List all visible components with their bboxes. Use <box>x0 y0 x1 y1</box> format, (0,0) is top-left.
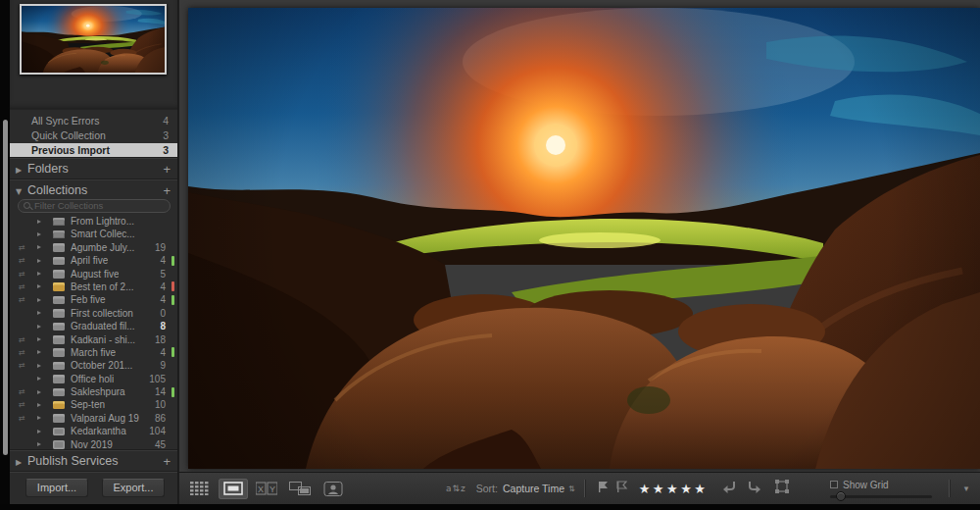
export-button[interactable]: Export... <box>102 479 165 497</box>
disclosure-triangle-icon[interactable] <box>37 245 41 249</box>
disclosure-collapsed-icon[interactable]: ▶ <box>10 160 27 180</box>
collection-count: 10 <box>155 398 166 411</box>
catalog-item[interactable]: All Sync Errors 4 <box>10 114 177 128</box>
collection-row[interactable]: ⇄ From Lightro... <box>10 215 177 228</box>
collection-icon <box>53 348 65 357</box>
collection-row[interactable]: ⇄ Kadkani - shi... 18 <box>10 333 177 346</box>
collection-name: Sakleshpura <box>71 385 125 398</box>
disclosure-collapsed-icon[interactable]: ▶ <box>10 452 27 473</box>
collection-icon <box>53 428 65 436</box>
rotate-left-icon[interactable] <box>721 480 738 497</box>
collection-icon <box>53 401 65 410</box>
disclosure-triangle-icon[interactable] <box>37 311 41 315</box>
disclosure-triangle-icon[interactable] <box>37 298 41 302</box>
collection-icon <box>53 362 65 371</box>
show-grid-checkbox[interactable] <box>830 481 838 488</box>
loupe-view-icon[interactable] <box>219 479 248 499</box>
sort-direction-icon[interactable]: a⇅z <box>446 484 466 493</box>
disclosure-triangle-icon[interactable] <box>37 337 41 341</box>
panel-scrollbar[interactable] <box>3 120 8 455</box>
disclosure-triangle-icon[interactable] <box>37 232 41 236</box>
collection-row[interactable]: ⇄ Graduated fil... 8 <box>10 320 177 332</box>
filter-collections-input[interactable]: Filter Collections <box>18 199 171 213</box>
collection-count: 18 <box>155 333 166 346</box>
toolbar-divider <box>949 480 950 497</box>
star-rating[interactable]: ★★★★★ <box>639 482 709 496</box>
disclosure-triangle-icon[interactable] <box>37 430 41 434</box>
collection-row[interactable]: ⇄ Kedarkantha 104 <box>10 425 177 437</box>
disclosure-triangle-icon[interactable] <box>37 284 41 288</box>
disclosure-triangle-icon[interactable] <box>37 220 41 224</box>
face-region-icon[interactable] <box>774 479 790 498</box>
collection-count: 14 <box>155 385 166 398</box>
collection-row[interactable]: ⇄ March five 4 <box>10 346 177 359</box>
rotate-right-icon[interactable] <box>746 480 762 497</box>
disclosure-triangle-icon[interactable] <box>37 272 41 276</box>
reject-flag-icon[interactable] <box>615 480 628 497</box>
collection-row[interactable]: ⇄ August five 5 <box>10 268 177 280</box>
collection-row[interactable]: ⇄ Best ten of 2... 4 <box>10 280 177 293</box>
people-view-icon[interactable] <box>318 479 348 499</box>
collection-row[interactable]: ⇄ First collection 0 <box>10 307 177 320</box>
disclosure-triangle-icon[interactable] <box>37 377 41 381</box>
disclosure-triangle-icon[interactable] <box>37 403 41 407</box>
catalog-item-label: Previous Import <box>31 144 110 156</box>
collections-panel-header[interactable]: ▼Collections + <box>10 179 177 200</box>
chevron-down-icon[interactable]: ▾ <box>958 480 974 497</box>
grid-view-icon[interactable] <box>185 479 215 499</box>
zoom-slider-thumb[interactable] <box>836 491 846 501</box>
publish-services-panel-header[interactable]: ▶Publish Services + <box>10 450 177 471</box>
collection-icon <box>53 323 65 332</box>
add-collection-button[interactable]: + <box>163 180 171 201</box>
svg-text:X: X <box>258 484 264 494</box>
import-button[interactable]: Import... <box>25 479 88 497</box>
collection-count: 4 <box>160 346 166 359</box>
loupe-photo[interactable] <box>188 8 980 469</box>
add-folder-button[interactable]: + <box>163 159 171 179</box>
collection-row[interactable]: ⇄ Feb five 4 <box>10 293 177 306</box>
collection-row[interactable]: ⇄ October 201... 9 <box>10 359 177 372</box>
toolbar-right-group: Show Grid ▾ <box>830 480 974 498</box>
folders-label: Folders <box>27 162 69 176</box>
catalog-item[interactable]: Previous Import 3 <box>10 143 177 158</box>
navigator-preview-thumbnail[interactable] <box>20 4 167 75</box>
catalog-item[interactable]: Quick Collection 3 <box>10 128 177 143</box>
toolbar-divider <box>584 480 585 497</box>
collection-row[interactable]: ⇄ Agumbe July... 19 <box>10 241 177 254</box>
collection-row[interactable]: ⇄ April five 4 <box>10 254 177 267</box>
folders-panel-header[interactable]: ▶Folders + <box>10 158 177 178</box>
collection-name: Sep-ten <box>71 398 105 411</box>
sort-arrows-icon[interactable]: ⇅ <box>568 484 575 493</box>
add-publish-service-button[interactable]: + <box>163 451 171 472</box>
collection-row[interactable]: ⇄ Sakleshpura 14 <box>10 385 177 398</box>
zoom-slider[interactable] <box>830 495 932 498</box>
disclosure-triangle-icon[interactable] <box>37 416 41 420</box>
collection-row[interactable]: ⇄ Office holi 105 <box>10 373 177 385</box>
collection-count: 4 <box>160 293 166 306</box>
disclosure-triangle-icon[interactable] <box>37 350 41 354</box>
collection-row[interactable]: ⇄ Valparai Aug 19 86 <box>10 412 177 425</box>
collection-icon <box>53 309 65 318</box>
collection-icon <box>53 243 65 252</box>
catalog-list: All Sync Errors 4 Quick Collection 3 Pre… <box>10 114 177 158</box>
compare-view-icon[interactable]: XY <box>252 479 281 499</box>
survey-view-icon[interactable] <box>285 479 315 499</box>
show-grid-label: Show Grid <box>843 480 889 490</box>
collection-count: 4 <box>160 280 166 293</box>
collection-name: Kedarkantha <box>71 425 126 437</box>
sort-criteria-dropdown[interactable]: Capture Time <box>503 483 564 494</box>
sort-block: a⇅z Sort: Capture Time ⇅ <box>446 483 575 494</box>
disclosure-triangle-icon[interactable] <box>37 390 41 394</box>
collection-count: 19 <box>155 241 166 254</box>
collection-row[interactable]: ⇄ Sep-ten 10 <box>10 398 177 411</box>
collection-row[interactable]: ⇄ Smart Collec... <box>10 228 177 240</box>
toolbar: XY a⇅z Sort: Capture Time ⇅ ★★★★★ <box>179 472 980 504</box>
disclosure-triangle-icon[interactable] <box>37 364 41 368</box>
disclosure-triangle-icon[interactable] <box>37 259 41 263</box>
disclosure-triangle-icon[interactable] <box>37 325 41 329</box>
pick-flag-icon[interactable] <box>597 480 610 497</box>
collection-count: 5 <box>160 268 166 280</box>
collection-name: Graduated fil... <box>71 320 135 332</box>
catalog-item-count: 3 <box>163 128 169 143</box>
disclosure-triangle-icon[interactable] <box>37 442 41 446</box>
